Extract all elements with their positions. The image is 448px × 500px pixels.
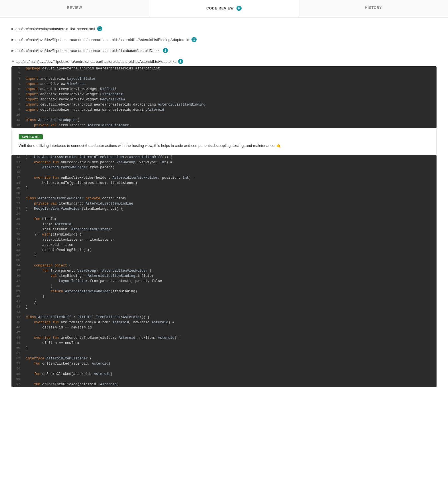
line-content: import android.view.LayoutInflater — [23, 77, 437, 82]
code-line: 10 — [11, 113, 437, 118]
line-content: import androidx.recyclerview.widget.Diff… — [23, 87, 437, 92]
line-content: asteroid = item — [23, 243, 437, 248]
line-number: 26 — [11, 222, 23, 227]
code-line: 4import android.view.ViewGroup — [11, 82, 437, 87]
code-line: 19} — [11, 186, 437, 191]
code-line: 17 override fun onBindViewHolder(holder:… — [11, 176, 437, 181]
line-number: 2 — [11, 71, 23, 77]
code-line: 53 fun onItemClicked(asteroid: Asteroid) — [11, 361, 437, 367]
code-line: 28 ) = with(itemBinding) { — [11, 232, 437, 238]
line-content: } — [23, 253, 437, 258]
line-number: 5 — [11, 87, 23, 92]
line-number: 20 — [11, 191, 23, 196]
code-line: 7import androidx.recyclerview.widget.Rec… — [11, 97, 437, 102]
line-content: import android.view.ViewGroup — [23, 82, 437, 87]
line-number: 38 — [11, 284, 23, 289]
line-number: 56 — [11, 377, 23, 382]
line-number: 54 — [11, 367, 23, 372]
line-number: 40 — [11, 294, 23, 299]
code-line: 48 override fun areContentsTheSame(oldIt… — [11, 336, 437, 341]
awesome-badge: AWESOME — [19, 134, 43, 139]
code-line: 56 — [11, 377, 437, 382]
line-number: 49 — [11, 341, 23, 346]
code-line: 55 fun onShareClicked(asteroid: Asteroid… — [11, 372, 437, 377]
line-number: 29 — [11, 238, 23, 243]
line-content: import androidx.recyclerview.widget.Recy… — [23, 97, 437, 102]
main-content: ▶ app/src/main/res/layout/asteroid_list_… — [0, 17, 448, 402]
file-badge-2: 1 — [191, 37, 197, 42]
line-content: } — [23, 186, 437, 191]
line-content: import dev.filipebezerra.android.nearear… — [23, 108, 437, 113]
tab-history[interactable]: HISTORY — [299, 0, 448, 17]
code-line: 8import dev.filipebezerra.android.nearea… — [11, 102, 437, 108]
line-number: 7 — [11, 97, 23, 102]
code-line: 42} — [11, 305, 437, 310]
line-content: ) = with(itemBinding) { — [23, 232, 437, 238]
code-line: 34 companion object { — [11, 263, 437, 269]
line-content: class AsteroidItemViewHolder private con… — [23, 196, 437, 201]
tab-code-review[interactable]: CODE REVIEW 6 — [149, 0, 299, 17]
code-line: 22 private val itemBinding: AsteroidList… — [11, 201, 437, 207]
code-review-badge: 6 — [236, 6, 242, 11]
line-number: 32 — [11, 253, 23, 258]
line-number: 18 — [11, 181, 23, 186]
line-number: 51 — [11, 351, 23, 356]
line-content: override fun areContentsTheSame(oldItem:… — [23, 336, 437, 341]
line-number: 4 — [11, 82, 23, 87]
line-number: 9 — [11, 108, 23, 113]
line-content: } — [23, 346, 437, 351]
line-number: 48 — [11, 336, 23, 341]
line-content — [23, 170, 437, 176]
file-toggle-4[interactable]: ▼ — [11, 60, 15, 63]
line-number: 25 — [11, 217, 23, 222]
code-line: 39 return AsteroidItemViewHolder(itemBin… — [11, 289, 437, 294]
code-line: 27 itemListener: AsteroidItemListener — [11, 227, 437, 232]
line-number: 42 — [11, 305, 23, 310]
code-line: 41 } — [11, 299, 437, 305]
code-line: 37 LayoutInflater.from(parent.context), … — [11, 279, 437, 284]
line-number: 37 — [11, 279, 23, 284]
file-badge-3: 1 — [163, 48, 168, 53]
line-content: private val itemBinding: AsteroidListIte… — [23, 201, 437, 207]
line-content: override fun onCreateViewHolder(parent: … — [23, 160, 437, 165]
code-line: 57 fun onMoreInfoClicked(asteroid: Aster… — [11, 382, 437, 387]
code-line: 3import android.view.LayoutInflater — [11, 77, 437, 82]
code-line: 2 — [11, 71, 437, 77]
line-content — [23, 71, 437, 77]
line-number: 12 — [11, 123, 23, 128]
line-content: item: Asteroid, — [23, 222, 437, 227]
code-line: 36 val itemBinding = AsteroidListItemBin… — [11, 274, 437, 279]
code-line: 9import dev.filipebezerra.android.nearea… — [11, 108, 437, 113]
line-content — [23, 367, 437, 372]
file-row-1: ▶ app/src/main/res/layout/asteroid_list_… — [11, 26, 437, 31]
line-content: executePendingBindings() — [23, 248, 437, 253]
line-number: 23 — [11, 207, 23, 212]
code-line: 32 } — [11, 253, 437, 258]
line-content — [23, 258, 437, 263]
line-content: } — [23, 299, 437, 305]
code-line: 54 — [11, 367, 437, 372]
line-content: package dev.filipebezerra.android.nearea… — [23, 66, 437, 71]
file-toggle-1[interactable]: ▶ — [11, 27, 14, 31]
code-block-top: 1package dev.filipebezerra.android.neare… — [11, 66, 437, 128]
file-path-2: app/src/main/java/dev/filipebezerra/andr… — [15, 38, 189, 42]
line-content: import androidx.recyclerview.widget.List… — [23, 92, 437, 97]
code-line: 33 — [11, 258, 437, 263]
line-content: fun from(parent: ViewGroup): AsteroidIte… — [23, 269, 437, 274]
line-number: 1 — [11, 66, 23, 71]
code-line: 26 item: Asteroid, — [11, 222, 437, 227]
file-toggle-3[interactable]: ▶ — [11, 49, 14, 52]
file-toggle-2[interactable]: ▶ — [11, 38, 14, 42]
line-number: 27 — [11, 227, 23, 232]
tab-review[interactable]: REVIEW — [0, 0, 149, 17]
line-number: 36 — [11, 274, 23, 279]
code-line: 47 — [11, 330, 437, 336]
code-line: 43 — [11, 310, 437, 315]
line-number: 30 — [11, 243, 23, 248]
line-content — [23, 310, 437, 315]
line-content: fun onShareClicked(asteroid: Asteroid) — [23, 372, 437, 377]
line-number: 21 — [11, 196, 23, 201]
line-content: holder.bindTo(getItem(position), itemLis… — [23, 181, 437, 186]
file-row-2: ▶ app/src/main/java/dev/filipebezerra/an… — [11, 37, 437, 42]
line-content — [23, 377, 437, 382]
